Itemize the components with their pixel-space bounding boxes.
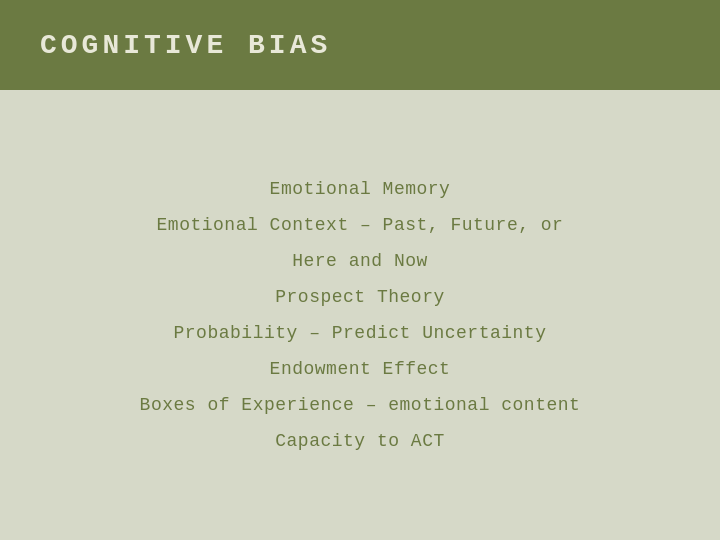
header-bar: COGNITIVE BIAS <box>0 0 720 90</box>
text-line-1: Emotional Memory <box>140 171 581 207</box>
text-line-5: Probability – Predict Uncertainty <box>140 315 581 351</box>
text-line-2: Emotional Context – Past, Future, or <box>140 207 581 243</box>
text-line-6: Endowment Effect <box>140 351 581 387</box>
content-area: Emotional Memory Emotional Context – Pas… <box>0 90 720 540</box>
text-line-8: Capacity to ACT <box>140 423 581 459</box>
page-title: COGNITIVE BIAS <box>40 30 331 61</box>
page-container: COGNITIVE BIAS Emotional Memory Emotiona… <box>0 0 720 540</box>
text-line-3: Here and Now <box>140 243 581 279</box>
text-line-4: Prospect Theory <box>140 279 581 315</box>
content-text-block: Emotional Memory Emotional Context – Pas… <box>140 171 581 459</box>
text-line-7: Boxes of Experience – emotional content <box>140 387 581 423</box>
